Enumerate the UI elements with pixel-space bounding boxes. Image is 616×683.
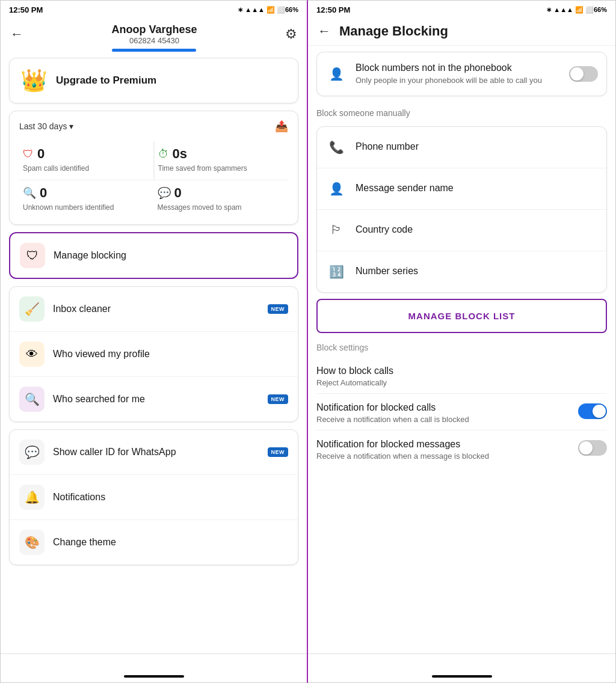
notification-blocked-messages-item: Notification for blocked messages Receiv… bbox=[316, 430, 607, 467]
r-wifi-icon: 📶 bbox=[575, 6, 584, 14]
notification-blocked-messages-title: Notification for blocked messages bbox=[316, 439, 571, 450]
left-title-group: Anoop Varghese 062824 45430 bbox=[111, 23, 197, 45]
number-series-row[interactable]: 🔢 Number series bbox=[317, 251, 606, 292]
phone-number-icon: 📞 bbox=[325, 136, 347, 158]
inbox-cleaner-badge: NEW bbox=[268, 304, 289, 314]
who-searched-label: Who searched for me bbox=[53, 394, 145, 405]
menu-section-2: 💬 Show caller ID for WhatsApp NEW 🔔 Noti… bbox=[9, 429, 298, 565]
right-screen: 12:50 PM ∗ ▲▲▲ 📶 ⬜66% ← Manage Blocking … bbox=[308, 0, 616, 683]
who-viewed-item[interactable]: 👁 Who viewed my profile bbox=[10, 332, 298, 377]
right-time: 12:50 PM bbox=[316, 5, 350, 14]
r-signal-icon: ▲▲▲ bbox=[553, 6, 573, 13]
notifications-label: Notifications bbox=[53, 492, 105, 503]
number-series-icon: 🔢 bbox=[325, 261, 347, 283]
block-phonebook-text: Block numbers not in the phonebook Only … bbox=[356, 62, 561, 86]
notification-blocked-messages-toggle[interactable] bbox=[578, 440, 607, 456]
right-page-title: Manage Blocking bbox=[339, 23, 448, 39]
right-screen-content: 👤 Block numbers not in the phonebook Onl… bbox=[308, 46, 615, 654]
block-manually-card: 📞 Phone number 👤 Message sender name 🏳 C… bbox=[316, 126, 607, 293]
notification-blocked-calls-subtitle: Receive a notification when a call is bl… bbox=[316, 415, 571, 424]
settings-gear-icon[interactable]: ⚙ bbox=[285, 26, 297, 42]
stats-card: Last 30 days ▾ 📤 🛡 0 Spam calls identifi… bbox=[9, 111, 298, 225]
stats-grid: 🛡 0 Spam calls identified ⏱ 0s Time save… bbox=[19, 141, 288, 218]
stats-period[interactable]: Last 30 days ▾ bbox=[19, 121, 73, 131]
inbox-cleaner-label: Inbox cleaner bbox=[53, 304, 111, 314]
right-home-indicator bbox=[432, 675, 492, 678]
message-sender-label: Message sender name bbox=[356, 182, 598, 195]
premium-label: Upgrade to Premium bbox=[56, 75, 156, 87]
message-sender-text: Message sender name bbox=[356, 182, 598, 195]
phone-number-label: Phone number bbox=[356, 141, 598, 153]
left-screen-content: 👑 Upgrade to Premium Last 30 days ▾ 📤 🛡 bbox=[1, 58, 307, 654]
left-home-indicator bbox=[124, 675, 184, 678]
change-theme-label: Change theme bbox=[53, 537, 116, 548]
message-sender-row[interactable]: 👤 Message sender name bbox=[317, 168, 606, 210]
r-bluetooth-icon: ∗ bbox=[546, 6, 552, 14]
messages-label: Messages moved to spam bbox=[158, 203, 285, 213]
signal-icon: ▲▲▲ bbox=[245, 6, 265, 13]
notifications-item[interactable]: 🔔 Notifications bbox=[10, 475, 298, 520]
left-status-bar: 12:50 PM ∗ ▲▲▲ 📶 ⬜66% bbox=[1, 1, 307, 17]
premium-card[interactable]: 👑 Upgrade to Premium bbox=[9, 58, 298, 103]
block-phonebook-card: 👤 Block numbers not in the phonebook Onl… bbox=[316, 52, 607, 96]
right-status-bar: 12:50 PM ∗ ▲▲▲ 📶 ⬜66% bbox=[308, 1, 615, 17]
inbox-cleaner-icon: 🧹 bbox=[19, 296, 45, 322]
left-back-button[interactable]: ← bbox=[10, 26, 23, 42]
manage-block-list-button[interactable]: MANAGE BLOCK LIST bbox=[316, 299, 607, 333]
left-status-icons: ∗ ▲▲▲ 📶 ⬜66% bbox=[238, 6, 298, 14]
caller-id-label: Show caller ID for WhatsApp bbox=[53, 447, 176, 458]
unknown-label: Unknown numbers identified bbox=[23, 203, 150, 213]
right-back-button[interactable]: ← bbox=[318, 23, 331, 39]
manage-blocking-item[interactable]: 🛡 Manage blocking bbox=[9, 232, 298, 279]
change-theme-item[interactable]: 🎨 Change theme bbox=[10, 520, 298, 565]
who-searched-icon: 🔍 bbox=[19, 387, 45, 412]
notification-blocked-messages-subtitle: Receive a notification when a message is… bbox=[316, 452, 571, 461]
caller-id-icon: 💬 bbox=[19, 440, 45, 465]
manage-blocking-icon: 🛡 bbox=[20, 243, 45, 268]
stat-unknown: 🔍 0 Unknown numbers identified bbox=[19, 180, 154, 219]
block-phonebook-toggle[interactable] bbox=[569, 66, 598, 82]
who-searched-badge: NEW bbox=[268, 394, 289, 404]
block-settings-label: Block settings bbox=[316, 339, 607, 357]
search-icon: 🔍 bbox=[23, 186, 36, 200]
messages-value: 0 bbox=[174, 185, 182, 201]
change-theme-icon: 🎨 bbox=[19, 530, 45, 555]
left-time: 12:50 PM bbox=[9, 5, 43, 14]
notification-blocked-calls-item: Notification for blocked calls Receive a… bbox=[316, 394, 607, 430]
notification-blocked-calls-title: Notification for blocked calls bbox=[316, 402, 571, 413]
how-to-block-calls-item[interactable]: How to block calls Reject Automatically bbox=[316, 357, 607, 394]
notification-blocked-calls-text: Notification for blocked calls Receive a… bbox=[316, 402, 571, 424]
share-icon[interactable]: 📤 bbox=[275, 120, 288, 133]
country-code-row[interactable]: 🏳 Country code bbox=[317, 210, 606, 251]
contact-icon: 👤 bbox=[325, 63, 347, 85]
stat-messages: 💬 0 Messages moved to spam bbox=[154, 180, 289, 219]
spam-value: 0 bbox=[37, 146, 45, 162]
block-settings-section: Block settings How to block calls Reject… bbox=[316, 339, 607, 467]
chevron-down-icon: ▾ bbox=[69, 121, 73, 131]
battery-icon: ⬜66% bbox=[277, 6, 298, 14]
spam-icon: 🛡 bbox=[23, 148, 34, 161]
block-phonebook-row: 👤 Block numbers not in the phonebook Onl… bbox=[317, 52, 606, 96]
user-name: Anoop Varghese bbox=[111, 23, 197, 36]
who-searched-item[interactable]: 🔍 Who searched for me NEW bbox=[10, 377, 298, 421]
notification-blocked-calls-toggle[interactable] bbox=[578, 403, 607, 419]
notification-blocked-messages-text: Notification for blocked messages Receiv… bbox=[316, 439, 571, 461]
clock-icon: ⏱ bbox=[158, 148, 169, 161]
right-header: ← Manage Blocking bbox=[308, 17, 615, 46]
message-icon: 💬 bbox=[158, 186, 171, 200]
right-status-icons: ∗ ▲▲▲ 📶 ⬜66% bbox=[546, 6, 607, 14]
left-header: ← Anoop Varghese 062824 45430 ⚙ bbox=[1, 17, 307, 49]
user-phone: 062824 45430 bbox=[111, 36, 197, 45]
block-phonebook-title: Block numbers not in the phonebook bbox=[356, 62, 561, 75]
left-bottom-nav bbox=[1, 654, 307, 682]
who-viewed-label: Who viewed my profile bbox=[53, 349, 150, 360]
phone-number-row[interactable]: 📞 Phone number bbox=[317, 127, 606, 168]
notifications-icon: 🔔 bbox=[19, 485, 45, 510]
r-battery-icon: ⬜66% bbox=[585, 6, 607, 14]
how-to-block-calls-title: How to block calls bbox=[316, 366, 607, 376]
right-bottom-nav bbox=[308, 654, 615, 682]
caller-id-item[interactable]: 💬 Show caller ID for WhatsApp NEW bbox=[10, 430, 298, 475]
inbox-cleaner-item[interactable]: 🧹 Inbox cleaner NEW bbox=[10, 287, 298, 332]
message-sender-icon: 👤 bbox=[325, 178, 347, 200]
country-code-text: Country code bbox=[356, 224, 598, 236]
